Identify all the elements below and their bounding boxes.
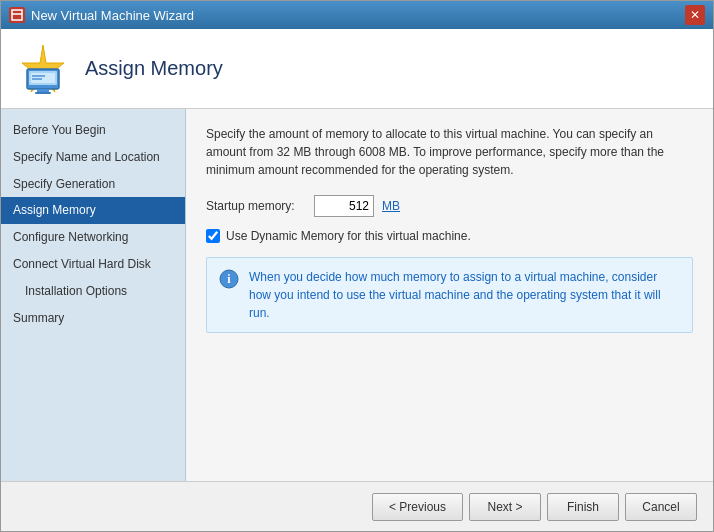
main-content: Specify the amount of memory to allocate…: [186, 109, 713, 481]
startup-memory-row: Startup memory: MB: [206, 195, 693, 217]
next-button[interactable]: Next >: [469, 493, 541, 521]
svg-rect-6: [37, 89, 49, 92]
sidebar-item-specify-name-location[interactable]: Specify Name and Location: [1, 144, 185, 171]
sidebar-item-installation-options[interactable]: Installation Options: [1, 278, 185, 305]
sidebar-item-assign-memory[interactable]: Assign Memory: [1, 197, 185, 224]
startup-memory-label: Startup memory:: [206, 199, 306, 213]
title-bar-left: New Virtual Machine Wizard: [9, 7, 194, 23]
cancel-button[interactable]: Cancel: [625, 493, 697, 521]
wizard-icon: [17, 43, 69, 95]
svg-rect-7: [35, 92, 51, 94]
content-area: Before You BeginSpecify Name and Locatio…: [1, 109, 713, 481]
info-text: When you decide how much memory to assig…: [249, 268, 680, 322]
sidebar-item-before-you-begin[interactable]: Before You Begin: [1, 117, 185, 144]
close-button[interactable]: ✕: [685, 5, 705, 25]
dynamic-memory-label[interactable]: Use Dynamic Memory for this virtual mach…: [226, 229, 471, 243]
sidebar-item-specify-generation[interactable]: Specify Generation: [1, 171, 185, 198]
title-bar: New Virtual Machine Wizard ✕: [1, 1, 713, 29]
wizard-window: New Virtual Machine Wizard ✕ Assign Memo…: [0, 0, 714, 532]
info-icon: i: [219, 269, 239, 289]
sidebar: Before You BeginSpecify Name and Locatio…: [1, 109, 186, 481]
dynamic-memory-checkbox[interactable]: [206, 229, 220, 243]
dynamic-memory-row: Use Dynamic Memory for this virtual mach…: [206, 229, 693, 243]
wizard-step-title: Assign Memory: [85, 57, 223, 80]
startup-memory-unit[interactable]: MB: [382, 199, 400, 213]
previous-button[interactable]: < Previous: [372, 493, 463, 521]
finish-button[interactable]: Finish: [547, 493, 619, 521]
sidebar-item-configure-networking[interactable]: Configure Networking: [1, 224, 185, 251]
info-box: i When you decide how much memory to ass…: [206, 257, 693, 333]
description-text: Specify the amount of memory to allocate…: [206, 125, 693, 179]
startup-memory-input[interactable]: [314, 195, 374, 217]
window-title: New Virtual Machine Wizard: [31, 8, 194, 23]
wizard-header: Assign Memory: [1, 29, 713, 109]
sidebar-item-connect-virtual-hard-disk[interactable]: Connect Virtual Hard Disk: [1, 251, 185, 278]
footer: < Previous Next > Finish Cancel: [1, 481, 713, 531]
window-icon: [9, 7, 25, 23]
sidebar-item-summary[interactable]: Summary: [1, 305, 185, 332]
svg-rect-8: [31, 73, 55, 83]
